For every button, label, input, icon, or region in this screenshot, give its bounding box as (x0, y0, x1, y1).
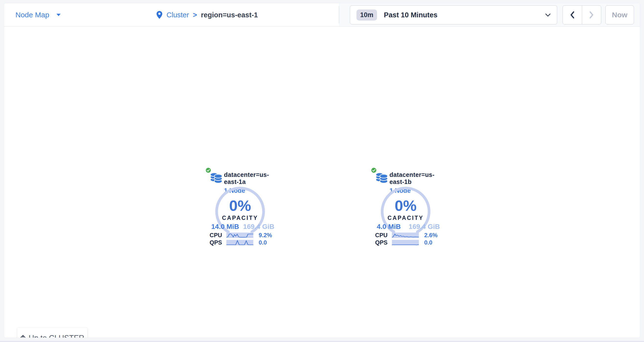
capacity-values-row: 4.0 MiB 169.4 GiB (377, 223, 440, 231)
breadcrumb-current-location: region=us-east-1 (201, 11, 258, 19)
locality-card-us-east-1a[interactable]: datacenter=us-east-1a 1 Node 0% CAPACITY… (201, 167, 279, 248)
qps-value: 0.0 (424, 240, 432, 246)
breadcrumb-cluster-link[interactable]: Cluster (166, 11, 189, 19)
qps-metric-row: QPS 0.0 (366, 240, 445, 246)
node-map-panel: Node Map Cluster > region=us-east-1 10m … (4, 3, 640, 338)
breadcrumb-separator: > (193, 11, 197, 19)
view-selector-label: Node Map (16, 11, 49, 19)
qps-value: 0.0 (259, 240, 267, 246)
up-to-cluster-label: Up to CLUSTER (28, 334, 84, 338)
time-next-button[interactable] (582, 5, 601, 24)
capacity-percentage: 0% (379, 198, 432, 213)
cpu-value: 2.6% (424, 232, 438, 238)
top-bar: Node Map Cluster > region=us-east-1 10m … (4, 3, 640, 27)
up-to-cluster-button[interactable]: Up to CLUSTER (17, 327, 88, 338)
cpu-label: CPU (366, 232, 388, 238)
time-controls: 10m Past 10 Minutes Now (339, 3, 640, 26)
qps-label: QPS (201, 240, 222, 246)
locality-name: datacenter=us-east-1a (224, 171, 279, 185)
cpu-sparkline (226, 233, 253, 238)
qps-metric-row: QPS 0.0 (201, 240, 279, 246)
capacity-caption: CAPACITY (379, 215, 432, 221)
chevron-down-icon (545, 13, 550, 16)
capacity-percentage: 0% (213, 198, 267, 213)
qps-label: QPS (366, 240, 388, 246)
capacity-caption: CAPACITY (213, 215, 267, 221)
cpu-sparkline (392, 233, 419, 238)
capacity-total: 169.4 GiB (243, 223, 274, 231)
time-nav-group (562, 5, 601, 24)
time-prev-button[interactable] (563, 5, 582, 24)
capacity-used: 4.0 MiB (377, 223, 401, 231)
caret-down-icon (56, 14, 61, 16)
chevron-right-icon (589, 11, 594, 19)
arrow-up-icon (20, 335, 26, 338)
database-stack-icon (210, 172, 222, 183)
node-map-canvas: datacenter=us-east-1a 1 Node 0% CAPACITY… (4, 27, 640, 338)
cpu-metric-row: CPU 2.6% (366, 232, 445, 238)
capacity-used: 14.0 MiB (211, 223, 239, 231)
locality-card-us-east-1b[interactable]: datacenter=us-east-1b 1 Node 0% CAPACITY… (366, 167, 445, 248)
breadcrumb: Cluster > region=us-east-1 (156, 3, 258, 27)
view-selector-dropdown[interactable]: Node Map (16, 3, 61, 27)
chevron-left-icon (570, 11, 575, 19)
now-button[interactable]: Now (605, 5, 634, 24)
time-window-label: Past 10 Minutes (384, 11, 538, 19)
capacity-values-row: 14.0 MiB 169.4 GiB (211, 223, 274, 231)
location-pin-icon (156, 11, 162, 19)
qps-sparkline (226, 240, 253, 245)
cpu-metric-row: CPU 9.2% (201, 232, 279, 238)
qps-sparkline (392, 240, 419, 245)
time-window-dropdown[interactable]: 10m Past 10 Minutes (350, 5, 557, 24)
capacity-total: 169.4 GiB (408, 223, 440, 231)
cpu-label: CPU (201, 232, 222, 238)
time-window-badge: 10m (356, 9, 377, 20)
locality-name: datacenter=us-east-1b (390, 171, 445, 185)
database-stack-icon (375, 172, 388, 183)
cpu-value: 9.2% (259, 232, 272, 238)
